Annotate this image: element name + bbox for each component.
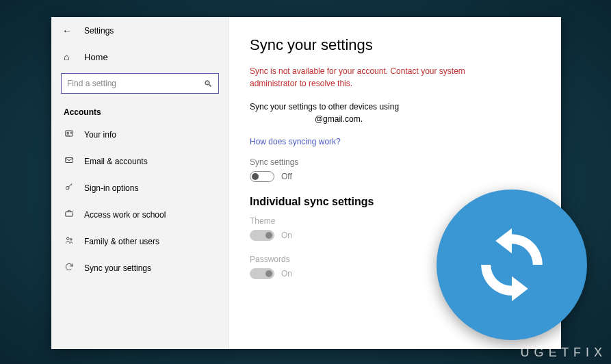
sync-arrows-icon (464, 217, 560, 313)
sidebar-item-email-accounts[interactable]: Email & accounts (51, 148, 229, 174)
window-title: Settings (84, 26, 114, 36)
error-message: Sync is not available for your account. … (250, 65, 482, 90)
nav-label: Email & accounts (84, 157, 148, 166)
briefcase-icon (64, 209, 75, 220)
nav-label: Family & other users (84, 237, 159, 246)
sync-icon (64, 262, 75, 274)
passwords-state: On (281, 269, 292, 278)
sidebar-item-signin-options[interactable]: Sign-in options (51, 174, 229, 201)
svg-point-5 (66, 186, 69, 190)
home-nav[interactable]: ⌂ Home (51, 44, 229, 69)
svg-rect-4 (66, 158, 73, 163)
sidebar-section-title: Accounts (51, 101, 229, 121)
search-icon: 🔍︎ (204, 79, 213, 89)
home-label: Home (84, 52, 108, 62)
user-icon (64, 129, 75, 140)
how-syncing-works-link[interactable]: How does syncing work? (250, 137, 341, 146)
nav-label: Sign-in options (84, 183, 138, 193)
svg-point-1 (67, 132, 69, 134)
svg-rect-6 (66, 212, 73, 216)
mail-icon (64, 155, 75, 167)
sidebar-item-your-info[interactable]: Your info (51, 121, 229, 148)
page-title: Sync your settings (250, 36, 541, 54)
svg-point-8 (70, 239, 73, 241)
sync-description: Sync your settings to other devices usin… (250, 101, 541, 125)
nav-label: Your info (84, 130, 116, 140)
sync-settings-state: Off (281, 172, 292, 181)
search-container: 🔍︎ (51, 69, 229, 101)
sidebar: ← Settings ⌂ Home 🔍︎ Accounts Your info … (51, 17, 229, 349)
desc-line2: @gmail.com. (315, 114, 363, 124)
sync-settings-toggle[interactable] (250, 171, 274, 182)
sidebar-item-family-users[interactable]: Family & other users (51, 228, 229, 255)
title-bar: ← Settings (51, 17, 229, 44)
key-icon (64, 182, 75, 194)
svg-point-7 (67, 237, 70, 240)
theme-toggle[interactable] (250, 230, 274, 241)
theme-state: On (281, 231, 292, 240)
people-icon (64, 235, 75, 247)
sync-settings-label: Sync settings (250, 157, 541, 167)
passwords-toggle[interactable] (250, 268, 274, 279)
home-icon: ⌂ (64, 51, 75, 62)
sync-badge-overlay (437, 190, 587, 340)
sidebar-item-work-school[interactable]: Access work or school (51, 201, 229, 228)
sidebar-item-sync-settings[interactable]: Sync your settings (51, 255, 229, 281)
search-input[interactable]: 🔍︎ (61, 73, 219, 94)
nav-label: Access work or school (84, 210, 166, 220)
nav-label: Sync your settings (84, 263, 151, 273)
search-field[interactable] (67, 79, 204, 88)
sync-settings-toggle-row: Off (250, 171, 541, 182)
desc-line1: Sync your settings to other devices usin… (250, 102, 399, 112)
watermark: U G E T F I X (521, 346, 603, 360)
back-arrow-icon[interactable]: ← (62, 25, 72, 36)
